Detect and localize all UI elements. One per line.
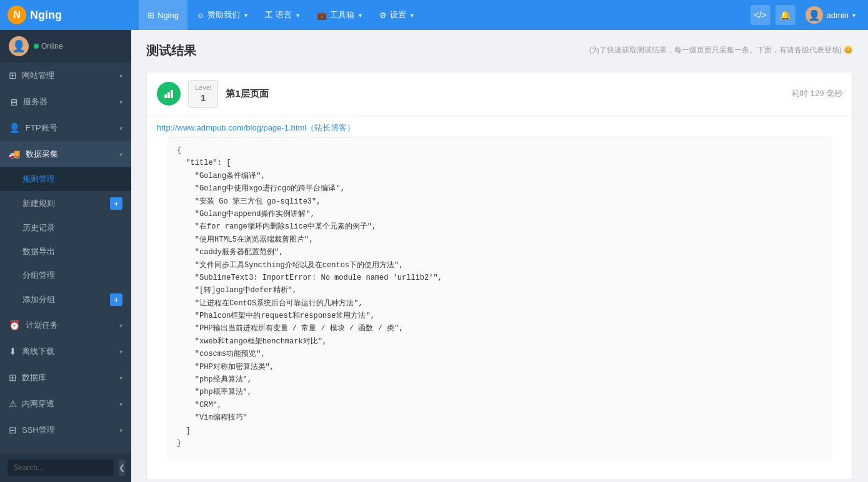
code-icon: </> — [754, 10, 766, 20]
result-url: http://www.admpub.com/blog/page-1.html（站… — [147, 116, 852, 137]
sidebar-item-intranet[interactable]: ⚠ 内网穿透 ▾ — [0, 391, 131, 417]
content-inner: 测试结果 (为了快速获取测试结果，每一级页面只采集一条。下面，有请各级代表登场)… — [131, 30, 868, 482]
level-icon — [157, 82, 181, 106]
nav-item-nging[interactable]: ⊞ Nging — [139, 0, 187, 30]
intranet-icon: ⚠ — [9, 398, 17, 410]
level-badge: Level 1 — [188, 80, 218, 108]
chevron-icon: ▾ — [119, 348, 122, 355]
chevron-icon: ▾ — [119, 401, 122, 408]
sidebar-item-ssh[interactable]: ⊟ SSH管理 ▾ — [0, 417, 131, 443]
new-rule-add-button[interactable]: + — [110, 197, 122, 210]
sidebar-item-rule-manage[interactable]: 规则管理 — [0, 167, 131, 191]
add-group-button[interactable]: + — [110, 293, 122, 306]
sidebar-avatar: 👤 — [9, 36, 29, 56]
avatar: 👤 — [806, 6, 823, 24]
settings-icon: ⚙ — [379, 11, 387, 20]
sidebar-item-offline-dl[interactable]: ⬇ 离线下载 ▾ — [0, 338, 131, 365]
page-label: 第1层页面 — [226, 88, 268, 100]
online-dot-icon — [34, 44, 39, 49]
sidebar-user: 👤 Online — [0, 30, 131, 62]
nav-item-lang[interactable]: 工 语言 ▾ — [256, 0, 308, 30]
bell-button[interactable]: 🔔 — [776, 5, 796, 25]
page-hint: (为了快速获取测试结果，每一级页面只采集一条。下面，有请各级代表登场) 😊 — [589, 45, 853, 56]
ftp-icon: 👤 — [9, 122, 21, 134]
chevron-down-icon: ▾ — [411, 12, 414, 19]
top-navigation: N Nging ⊞ Nging ☺ 赞助我们 ▾ 工 语言 ▾ 💼 工具箱 ▾ … — [0, 0, 868, 30]
result-json: { "title": [ "Golang条件编译", "Golang中使用xgo… — [177, 144, 822, 450]
chevron-down-icon: ▾ — [244, 12, 247, 19]
time-cost: 耗时 129 毫秒 — [792, 88, 842, 99]
search-input[interactable] — [7, 460, 114, 476]
bell-icon: 🔔 — [780, 10, 791, 20]
database-icon: ⊞ — [9, 372, 17, 383]
nav-items: ⊞ Nging ☺ 赞助我们 ▾ 工 语言 ▾ 💼 工具箱 ▾ ⚙ 设置 ▾ — [139, 0, 751, 30]
online-status: Online — [34, 42, 63, 51]
chevron-icon: ▾ — [119, 125, 122, 132]
code-button[interactable]: </> — [751, 5, 771, 25]
result-card-header: Level 1 第1层页面 耗时 129 毫秒 — [147, 72, 852, 116]
content-area: 测试结果 (为了快速获取测试结果，每一级页面只采集一条。下面，有请各级代表登场)… — [131, 30, 868, 482]
page-header: 测试结果 (为了快速获取测试结果，每一级页面只采集一条。下面，有请各级代表登场)… — [146, 42, 853, 59]
nav-right: </> 🔔 👤 admin ▾ — [751, 0, 861, 30]
nav-item-help[interactable]: ☺ 赞助我们 ▾ — [187, 0, 256, 30]
sidebar-item-ftp[interactable]: 👤 FTP账号 ▾ — [0, 115, 131, 141]
lang-icon: 工 — [265, 10, 272, 21]
sidebar-item-add-group[interactable]: 添加分组 + — [0, 287, 131, 312]
svg-rect-0 — [164, 94, 167, 98]
sidebar-item-new-rule[interactable]: 新建规则 + — [0, 191, 131, 216]
logo-icon: N — [7, 6, 26, 24]
server-icon: 🖥 — [9, 97, 18, 107]
sidebar-item-history[interactable]: 历史记录 — [0, 216, 131, 240]
chevron-icon: ▾ — [119, 427, 122, 434]
help-icon: ☺ — [196, 11, 204, 20]
toolbox-icon: 💼 — [317, 11, 327, 20]
data-collect-icon: 🚚 — [9, 149, 21, 160]
svg-rect-1 — [167, 92, 170, 98]
nav-item-tools[interactable]: 💼 工具箱 ▾ — [308, 0, 371, 30]
download-icon: ⬇ — [9, 346, 17, 357]
chevron-icon: ▾ — [119, 322, 122, 329]
collapse-icon: ❮ — [119, 463, 125, 472]
user-chevron-icon: ▾ — [852, 12, 856, 19]
username: admin — [827, 11, 849, 20]
sidebar-item-server[interactable]: 🖥 服务器 ▾ — [0, 89, 131, 115]
ssh-icon: ⊟ — [9, 425, 17, 436]
nging-icon: ⊞ — [147, 11, 154, 20]
plan-icon: ⏰ — [9, 320, 21, 331]
result-body: { "title": [ "Golang条件编译", "Golang中使用xgo… — [167, 137, 832, 460]
app-name: Nging — [30, 9, 62, 22]
chevron-icon: ▾ — [119, 375, 122, 381]
sidebar-nav: ⊞ 网站管理 ▾ 🖥 服务器 ▾ 👤 FTP账号 ▾ — [0, 62, 131, 453]
sidebar-item-plan-task[interactable]: ⏰ 计划任务 ▾ — [0, 312, 131, 338]
sidebar-item-data-export[interactable]: 数据导出 — [0, 240, 131, 263]
chevron-icon: ▾ — [119, 99, 122, 106]
chevron-down-icon: ▾ — [296, 12, 299, 19]
chevron-down-icon: ▾ — [359, 12, 362, 19]
chevron-icon: ▾ — [119, 72, 122, 79]
collapse-button[interactable]: ❮ — [119, 460, 125, 476]
sidebar-bottom: ❮ — [0, 453, 131, 482]
svg-rect-2 — [171, 90, 173, 98]
sidebar-item-website[interactable]: ⊞ 网站管理 ▾ — [0, 62, 131, 89]
website-icon: ⊞ — [9, 70, 17, 81]
nav-item-settings[interactable]: ⚙ 设置 ▾ — [371, 0, 422, 30]
logo-area: N Nging — [7, 6, 139, 24]
page-title: 测试结果 — [146, 42, 196, 59]
sidebar-item-group-manage[interactable]: 分组管理 — [0, 263, 131, 287]
user-menu[interactable]: 👤 admin ▾ — [801, 0, 861, 30]
main-layout: 👤 Online ⊞ 网站管理 ▾ 🖥 服务器 ▾ — [0, 30, 868, 482]
result-card: Level 1 第1层页面 耗时 129 毫秒 http://www.admpu… — [146, 72, 853, 480]
sidebar: 👤 Online ⊞ 网站管理 ▾ 🖥 服务器 ▾ — [0, 30, 131, 482]
chevron-icon: ▾ — [119, 151, 122, 158]
sidebar-item-database[interactable]: ⊞ 数据库 ▾ — [0, 365, 131, 391]
sidebar-item-data-collect[interactable]: 🚚 数据采集 ▾ — [0, 141, 131, 167]
result-link[interactable]: http://www.admpub.com/blog/page-1.html（站… — [157, 123, 355, 132]
